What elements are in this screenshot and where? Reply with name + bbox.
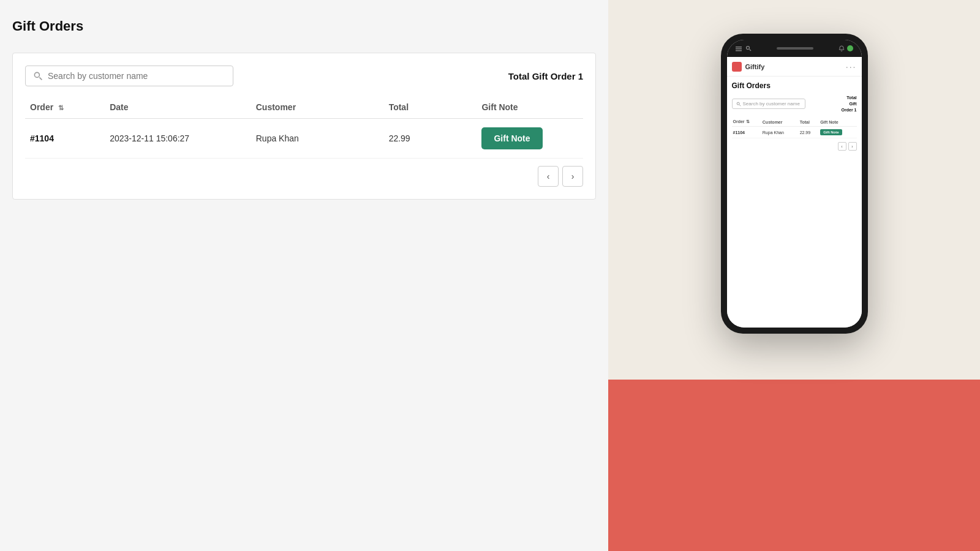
phone-gift-note-button[interactable]: Gift Note [820,129,842,135]
phone-table-header: Order ⇅ Customer Total Gift Note [732,118,857,127]
cell-total: 22.99 [384,119,477,159]
status-bar-right [839,45,853,51]
content-card: Total Gift Order 1 Order ⇅ Date Customer [12,53,596,200]
search-total-row: Total Gift Order 1 [25,66,583,86]
right-panel: Giftify ··· Gift Orders Search by custom… [608,0,980,551]
table-row: #1104 2023-12-11 15:06:27 Rupa Khan 22.9… [25,119,583,159]
svg-line-1 [39,77,42,80]
svg-line-8 [739,105,741,106]
svg-rect-2 [736,47,742,48]
col-header-order[interactable]: Order ⇅ [25,96,105,119]
bell-icon [839,45,845,51]
svg-point-5 [746,47,749,50]
menu-icon [736,45,742,51]
phone-search-row: Search by customer name TotalGiftOrder 1 [732,95,857,113]
order-link[interactable]: #1104 [30,133,54,143]
col-header-giftnote: Gift Note [477,96,583,119]
phone-status-bar [727,40,862,57]
app-name-label: Giftify [745,63,842,70]
phone-cell-order: #1104 [732,127,761,138]
cell-date: 2023-12-11 15:06:27 [105,119,251,159]
chevron-left-icon: ‹ [547,171,550,181]
phone-cell-giftnote: Gift Note [819,127,856,138]
table-header-row: Order ⇅ Date Customer Total Gift Note [25,96,583,119]
svg-point-7 [737,102,739,105]
phone-cell-customer: Rupa Khan [761,127,799,138]
cell-giftnote: Gift Note [477,119,583,159]
phone-next-button[interactable]: › [848,142,857,151]
col-header-date: Date [105,96,251,119]
phone-col-order: Order ⇅ [732,118,761,127]
phone-app-bar: Giftify ··· [727,57,862,77]
pagination-next-button[interactable]: › [562,166,583,187]
search-icon [33,71,43,81]
page-title: Gift Orders [12,18,596,34]
phone-search-icon [745,45,752,51]
phone-pagination: ‹ › [732,138,857,151]
status-bar-notch [777,47,813,50]
phone-col-customer: Customer [761,118,799,127]
cell-order: #1104 [25,119,105,159]
phone-prev-button[interactable]: ‹ [838,142,846,151]
phone-cell-total: 22.99 [799,127,820,138]
gift-note-button[interactable]: Gift Note [481,127,542,149]
col-header-total: Total [384,96,477,119]
svg-rect-4 [736,50,742,51]
status-green-dot [847,45,853,51]
sort-icon: ⇅ [58,104,64,112]
phone-search-icon-inner [736,102,741,107]
phone-total-label: TotalGiftOrder 1 [842,95,857,113]
phone-screen: Giftify ··· Gift Orders Search by custom… [727,40,862,328]
phone-table: Order ⇅ Customer Total Gift Note #1104 R… [732,118,857,138]
pagination: ‹ › [25,159,583,187]
search-box-container[interactable] [25,66,233,86]
svg-point-0 [34,72,39,77]
phone-table-row: #1104 Rupa Khan 22.99 Gift Note [732,127,857,138]
chevron-right-icon: › [571,171,575,181]
app-icon [732,62,742,72]
app-dots-icon: ··· [846,62,857,72]
svg-rect-3 [736,48,742,50]
status-bar-left [736,45,752,51]
pagination-prev-button[interactable]: ‹ [538,166,559,187]
orders-table: Order ⇅ Date Customer Total Gift Note [25,96,583,159]
phone-col-giftnote: Gift Note [819,118,856,127]
phone-content: Gift Orders Search by customer name Tota… [727,77,862,328]
phone-gift-title: Gift Orders [732,81,857,90]
phone-search-box[interactable]: Search by customer name [732,99,805,109]
red-decorative-block [608,380,980,551]
phone-search-placeholder: Search by customer name [743,101,800,107]
phone-col-total: Total [799,118,820,127]
col-header-customer: Customer [251,96,384,119]
search-input[interactable] [48,71,225,81]
total-label: Total Gift Order 1 [508,71,583,81]
svg-line-6 [749,50,751,51]
cell-customer: Rupa Khan [251,119,384,159]
phone-mockup: Giftify ··· Gift Orders Search by custom… [721,34,868,334]
left-panel: Gift Orders Total Gift Order 1 Order ⇅ [0,0,608,551]
